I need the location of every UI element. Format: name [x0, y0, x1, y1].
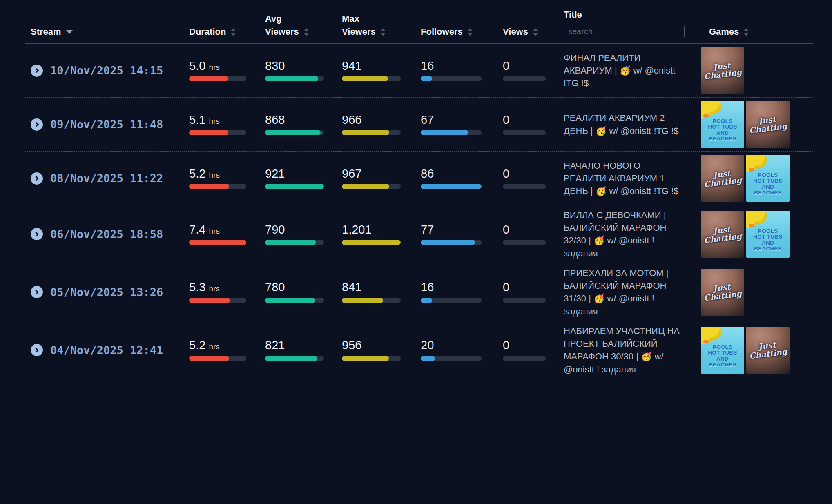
column-header-stream[interactable]: Stream — [25, 25, 189, 38]
duration-cell: 5.0 hrs — [189, 60, 265, 82]
followers-cell: 16 — [421, 60, 503, 82]
column-header-followers[interactable]: Followers — [421, 25, 503, 38]
max-viewers-value: 966 — [342, 114, 421, 127]
followers-cell: 77 — [421, 223, 503, 245]
duration-bar — [189, 130, 246, 135]
views-cell: 0 — [503, 114, 564, 136]
expander-cell — [25, 118, 50, 131]
game-thumbnail-just-chatting[interactable]: JustChatting — [701, 269, 744, 316]
views-cell: 0 — [503, 167, 564, 190]
expander-cell — [25, 172, 50, 185]
game-thumbnail-just-chatting[interactable]: JustChatting — [746, 327, 790, 374]
column-header-title: Title — [564, 8, 686, 38]
column-header-games[interactable]: Games — [701, 25, 813, 38]
stream-row: 05/Nov/2025 13:26 5.3 hrs 780 841 16 — [25, 263, 813, 321]
column-header-max-viewers[interactable]: Max Viewers — [342, 12, 421, 38]
game-thumbnail-just-chatting[interactable]: JustChatting — [701, 47, 744, 94]
followers-value: 20 — [421, 339, 503, 352]
game-thumbnail-label: JustChatting — [703, 60, 742, 81]
sort-icon — [230, 28, 236, 36]
title-cell: ВИЛЛА С ДЕВОЧКАМИ | БАЛИЙСКИЙ МАРАФОН 32… — [564, 209, 686, 260]
expand-row-button[interactable] — [31, 118, 43, 131]
game-thumbnail-pools-hot-tubs-and-beaches[interactable]: POOLSHOT TUBSANDBEACHES — [746, 211, 790, 258]
avg-viewers-cell: 921 — [265, 167, 342, 190]
stream-title: РЕАЛИТИ АКВАРИУМ 2 ДЕНЬ | 🥳 w/ @onistt !… — [564, 112, 686, 137]
game-thumbnail-just-chatting[interactable]: JustChatting — [701, 155, 744, 202]
max-viewers-header-line2: Viewers — [342, 25, 376, 38]
column-header-duration[interactable]: Duration — [189, 25, 265, 38]
games-cell: JustChattingPOOLSHOT TUBSANDBEACHES — [701, 155, 813, 202]
views-bar — [503, 356, 546, 361]
duration-unit: hrs — [207, 342, 220, 351]
duration-value: 5.0 — [189, 59, 205, 72]
avg-viewers-value: 868 — [265, 114, 342, 127]
expand-row-button[interactable] — [31, 228, 43, 240]
avg-viewers-value: 790 — [265, 223, 342, 236]
duration-cell: 5.3 hrs — [189, 281, 265, 303]
game-thumbnail-pools-hot-tubs-and-beaches[interactable]: POOLSHOT TUBSANDBEACHES — [701, 327, 744, 374]
game-thumbnail-label: JustChatting — [703, 168, 742, 189]
duration-unit: hrs — [207, 63, 220, 71]
max-viewers-cell: 956 — [342, 339, 421, 361]
rubber-duck-graphic — [701, 101, 722, 120]
rubber-duck-graphic — [701, 327, 722, 346]
chevron-right-icon — [33, 122, 39, 127]
column-header-views[interactable]: Views — [503, 25, 564, 38]
max-viewers-value: 967 — [342, 167, 421, 181]
duration-bar — [189, 76, 246, 81]
game-thumbnail-label: JustChatting — [703, 224, 742, 245]
expander-cell — [25, 228, 50, 240]
stream-date: 04/Nov/2025 — [50, 344, 123, 357]
views-cell: 0 — [503, 281, 564, 303]
table-body: 10/Nov/2025 14:15 5.0 hrs 830 941 16 — [25, 44, 813, 379]
stream-date: 09/Nov/2025 — [50, 118, 123, 131]
stream-time: 12:41 — [130, 344, 163, 357]
games-header-label: Games — [709, 25, 739, 38]
expand-row-button[interactable] — [31, 65, 43, 77]
max-viewers-cell: 966 — [342, 114, 421, 136]
stream-title: НАЧАЛО НОВОГО РЕАЛИТИ АКВАРИУМ 1 ДЕНЬ | … — [564, 159, 686, 198]
avg-viewers-value: 830 — [265, 60, 342, 73]
stream-title: НАБИРАЕМ УЧАСТНИЦ НА ПРОЕКТ БАЛИЙСКИЙ МА… — [564, 325, 686, 376]
max-viewers-value: 1,201 — [342, 223, 421, 236]
game-thumbnail-just-chatting[interactable]: JustChatting — [701, 211, 744, 258]
expand-row-button[interactable] — [31, 286, 43, 298]
duration-cell: 5.2 hrs — [189, 167, 265, 190]
game-thumbnail-pools-hot-tubs-and-beaches[interactable]: POOLSHOT TUBSANDBEACHES — [746, 155, 790, 202]
views-cell: 0 — [503, 223, 564, 245]
game-thumbnail-just-chatting[interactable]: JustChatting — [746, 101, 790, 148]
views-bar — [503, 240, 546, 245]
views-value: 0 — [503, 339, 564, 352]
stream-time: 14:15 — [130, 64, 163, 77]
duration-unit: hrs — [207, 284, 220, 293]
column-header-avg-viewers[interactable]: Avg Viewers — [265, 12, 342, 38]
expand-row-button[interactable] — [31, 172, 43, 185]
avg-viewers-cell: 830 — [265, 60, 342, 82]
game-thumbnails: JustChattingPOOLSHOT TUBSANDBEACHES — [701, 211, 813, 258]
game-thumbnails: JustChattingPOOLSHOT TUBSANDBEACHES — [701, 155, 813, 202]
sort-icon — [303, 28, 309, 36]
chevron-right-icon — [33, 232, 39, 237]
followers-value: 67 — [421, 114, 503, 127]
title-search-input[interactable] — [564, 25, 685, 38]
max-viewers-header-line1: Max — [342, 12, 421, 25]
rubber-duck-graphic — [746, 155, 767, 174]
avg-viewers-cell: 821 — [265, 339, 342, 361]
title-cell: РЕАЛИТИ АКВАРИУМ 2 ДЕНЬ | 🥳 w/ @onistt !… — [564, 112, 686, 137]
duration-header-label: Duration — [189, 25, 226, 38]
game-thumbnail-label: JustChatting — [748, 340, 787, 361]
avg-viewers-bar — [265, 356, 324, 361]
stream-row: 06/Nov/2025 18:58 7.4 hrs 790 1,201 77 — [25, 205, 813, 263]
games-cell: JustChatting — [701, 47, 813, 94]
table-header: Stream Duration Avg Viewers Max Viewers … — [25, 0, 813, 44]
expand-row-button[interactable] — [31, 344, 43, 356]
game-thumbnails: JustChatting — [701, 47, 813, 94]
game-thumbnail-pools-hot-tubs-and-beaches[interactable]: POOLSHOT TUBSANDBEACHES — [701, 101, 744, 148]
duration-cell: 7.4 hrs — [189, 223, 265, 245]
avg-viewers-value: 780 — [265, 281, 342, 294]
max-viewers-bar — [342, 76, 401, 81]
stream-cell: 04/Nov/2025 12:41 — [50, 344, 189, 357]
max-viewers-bar — [342, 240, 401, 245]
avg-viewers-bar — [265, 298, 324, 303]
duration-bar — [189, 298, 246, 303]
